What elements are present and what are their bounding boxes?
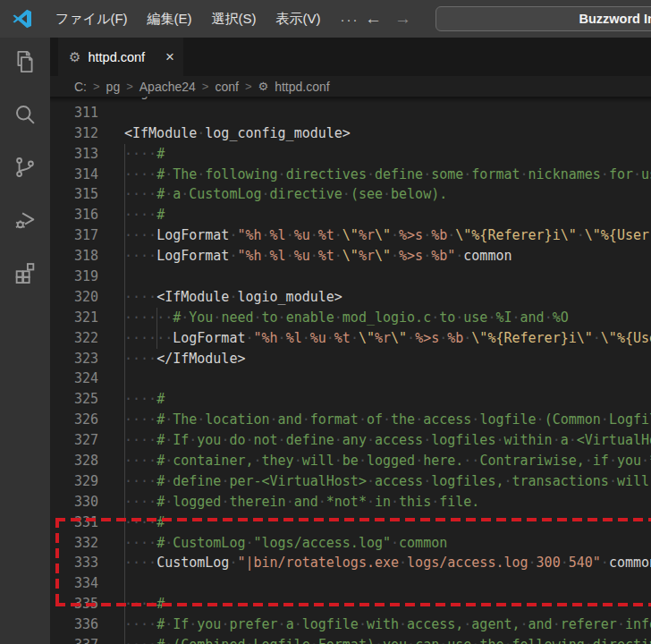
code-line-328[interactable]: 328····#·container,·they·will·be·logged·… [50,451,651,471]
indent-guide [124,430,125,451]
code-line-329[interactable]: 329····#·define·per-<VirtualHost>·access… [50,471,651,492]
tab-httpd-conf[interactable]: ⚙ httpd.conf × [58,38,183,76]
back-icon[interactable]: ← [365,9,382,29]
code-line-337[interactable]: 337····#·(Combined·Logfile·Format)·you·c… [50,635,651,644]
command-center[interactable]: Buzzword Inc. [435,6,651,31]
line-content [124,369,651,389]
code-line-312[interactable]: 312<IfModule·log_config_module> [50,123,651,144]
chevron-separator-icon: > [202,80,209,93]
code-line-326[interactable]: 326····#·The·location·and·format·of·the·… [50,410,651,430]
indent-guide [124,492,125,513]
breadcrumb-segment[interactable]: conf [215,80,238,94]
code-line-320[interactable]: 320····<IfModule·logio_module> [50,287,651,308]
tab-close-icon[interactable]: × [165,48,174,66]
line-number: 328 [50,451,124,471]
code-line-317[interactable]: 317····LogFormat·"%h·%l·%u·%t·\"%r\"·%>s… [50,225,651,246]
code-line-321[interactable]: 321······#·You·need·to·enable·mod_logio.… [50,308,651,328]
breadcrumb-segment[interactable]: pg [106,80,121,94]
chevron-separator-icon: > [93,80,100,93]
breadcrumb-segment[interactable]: C: [74,80,87,94]
line-number: 331 [50,513,124,533]
indent-guide [124,165,125,185]
line-number: 327 [50,430,124,451]
code-line-313[interactable]: 313····# [50,144,651,165]
line-number: 315 [50,184,124,205]
line-content: ····#·container,·they·will·be·logged·her… [124,451,651,471]
code-line-319[interactable]: 319 [50,267,651,287]
source-control-icon[interactable] [13,155,38,180]
line-number: 310 [50,97,124,103]
code-line-325[interactable]: 325····# [50,389,651,410]
code-line-332[interactable]: 332····#·CustomLog·"logs/access.log"·com… [50,533,651,554]
line-content: ····#·(Combined·Logfile·Format)·you·can·… [124,635,651,644]
tab-title: httpd.conf [88,50,158,64]
line-number: 335 [50,594,124,614]
line-content: ····#·a·CustomLog·directive·(see·below). [124,184,651,205]
line-content: ····</IfModule> [124,349,651,369]
code-lines: 310LogLevel·warn311312<IfModule·log_conf… [50,97,651,644]
code-line-322[interactable]: 322······LogFormat·"%h·%l·%u·%t·\"%r\"·%… [50,328,651,349]
code-line-311[interactable]: 311 [50,103,651,123]
indent-guide [124,184,125,205]
code-line-323[interactable]: 323····</IfModule> [50,349,651,369]
line-content: ····LogFormat·"%h·%l·%u·%t·\"%r\"·%>s·%b… [124,225,651,246]
indent-guide [124,205,125,225]
history-nav: ← → [365,0,411,38]
run-and-debug-icon[interactable] [13,208,38,233]
line-content: ····# [124,513,651,533]
code-line-310[interactable]: 310LogLevel·warn [50,97,651,103]
breadcrumb-segment[interactable]: Apache24 [140,80,196,94]
code-line-315[interactable]: 315····#·a·CustomLog·directive·(see·belo… [50,184,651,205]
line-number: 312 [50,123,124,144]
indent-guide [124,389,125,410]
indent-guide [156,328,157,349]
code-line-324[interactable]: 324 [50,369,651,389]
indent-guide [124,553,125,573]
code-line-314[interactable]: 314····#·The·following·directives·define… [50,165,651,185]
indent-guide [124,410,125,430]
forward-icon[interactable]: → [394,9,411,29]
code-line-330[interactable]: 330····#·logged·therein·and·*not*·in·thi… [50,492,651,513]
line-number: 323 [50,349,124,369]
indent-guide [124,246,125,267]
code-line-316[interactable]: 316····# [50,205,651,225]
line-number: 321 [50,308,124,328]
indent-guide [124,308,125,328]
breadcrumb-file[interactable]: httpd.conf [275,80,330,94]
menu-item-3[interactable]: 表示(V) [266,0,331,38]
code-line-318[interactable]: 318····LogFormat·"%h·%l·%u·%t·\"%r\"·%>s… [50,246,651,267]
line-number: 326 [50,410,124,430]
code-editor[interactable]: 310LogLevel·warn311312<IfModule·log_conf… [50,97,651,644]
code-line-331[interactable]: 331····# [50,513,651,533]
menu-item-0[interactable]: ファイル(F) [46,0,138,38]
indent-guide [124,225,125,246]
code-line-334[interactable]: 334 [50,573,651,594]
indent-guide [124,471,125,492]
line-number: 316 [50,205,124,225]
line-content: ····# [124,144,651,165]
indent-guide [124,328,125,349]
line-number: 320 [50,287,124,308]
code-line-333[interactable]: 333····CustomLog·"|bin/rotatelogs.exe·lo… [50,553,651,573]
line-number: 337 [50,635,124,644]
explorer-icon[interactable] [13,49,38,74]
line-number: 322 [50,328,124,349]
breadcrumb-file-gear-icon: ⚙ [258,80,268,93]
indent-guide [124,573,125,594]
line-content [124,103,651,123]
menu-more-button[interactable]: ··· [331,12,369,27]
tab-bar: ⚙ httpd.conf × [50,38,651,76]
chevron-separator-icon: > [126,80,133,93]
extensions-icon[interactable] [13,260,38,285]
line-content: ······#·You·need·to·enable·mod_logio.c·t… [124,308,651,328]
indent-guide [156,308,157,328]
search-icon[interactable] [13,102,38,127]
code-line-336[interactable]: 336····#·If·you·prefer·a·logfile·with·ac… [50,614,651,635]
menu-item-1[interactable]: 編集(E) [138,0,202,38]
line-number: 313 [50,144,124,165]
code-line-327[interactable]: 327····#·If·you·do·not·define·any·access… [50,430,651,451]
code-line-335[interactable]: 335····# [50,594,651,614]
menu-item-2[interactable]: 選択(S) [202,0,266,38]
file-type-gear-icon: ⚙ [69,49,80,65]
line-number: 325 [50,389,124,410]
